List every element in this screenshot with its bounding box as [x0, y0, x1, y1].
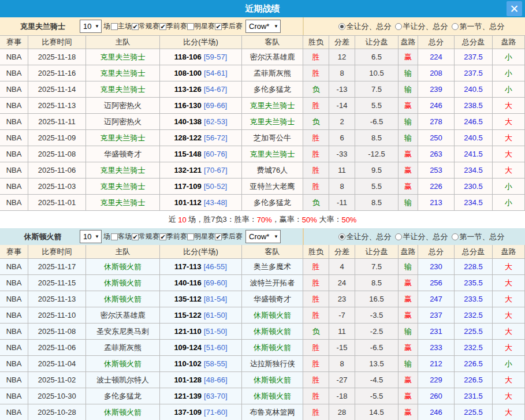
- cell-value: 225.5: [464, 408, 483, 417]
- cell-value: 小: [505, 52, 512, 62]
- select-arrow-icon: ▼: [274, 24, 278, 29]
- cell-value: 密尔沃基雄鹿: [100, 310, 146, 321]
- cell-value: -11: [337, 198, 347, 207]
- cell: 休斯顿火箭: [242, 372, 303, 388]
- cell-value: 胜: [312, 101, 320, 111]
- games-count-select[interactable]: 10▼: [80, 20, 102, 33]
- cell: 大: [493, 291, 525, 307]
- cell-value: NBA: [6, 262, 22, 271]
- checkbox-label: 明星赛: [194, 232, 215, 241]
- cell: 2025-11-02: [28, 372, 86, 388]
- filter-checkbox-季后赛[interactable]: ✔季后赛: [215, 232, 243, 241]
- cell: 2025-11-08: [28, 146, 86, 162]
- cell: 2025-11-06: [28, 340, 86, 356]
- cell-value: 负: [312, 198, 320, 208]
- cell: -4.5: [355, 372, 399, 388]
- table-row: NBA2025-11-01克里夫兰骑士101-112[43-48]多伦多猛龙负-…: [0, 195, 525, 211]
- radio-option-3[interactable]: 第一节、总分: [452, 21, 505, 32]
- select-arrow-icon: ▼: [95, 234, 99, 239]
- checkbox-label: 季后赛: [222, 21, 243, 31]
- summary-part: 大率：: [317, 214, 342, 225]
- radio-option-2[interactable]: 半让分、总分: [395, 21, 448, 32]
- cell: 克里夫兰骑士: [86, 179, 160, 195]
- cell-value: 胜: [312, 181, 320, 192]
- cell: 233: [418, 340, 455, 356]
- radio-option-2[interactable]: 半让分、总分: [395, 232, 448, 242]
- cell: 2025-11-15: [28, 275, 86, 291]
- filter-checkbox-明星赛[interactable]: 明星赛: [187, 21, 215, 31]
- odds-company-select[interactable]: Crow*▼: [245, 230, 281, 243]
- header-cell: 让分盘: [355, 36, 399, 49]
- cell: 休斯顿火箭: [86, 275, 160, 291]
- filter-checkbox-客场[interactable]: 客场: [111, 232, 132, 241]
- cell-value: 大: [505, 165, 512, 176]
- cell: 8: [329, 65, 355, 81]
- header-cell: 盘路: [399, 36, 418, 49]
- cell: 116-130[69-66]: [160, 98, 242, 114]
- table-row: NBA2025-11-08圣安东尼奥马刺121-110[51-50]休斯顿火箭负…: [0, 324, 525, 340]
- cell-value: 多伦多猛龙: [254, 84, 291, 95]
- cell: 224: [418, 49, 455, 65]
- cell: 23: [329, 291, 355, 307]
- cell: 克里夫兰骑士: [86, 49, 160, 65]
- cell: 圣安东尼奥马刺: [86, 324, 160, 340]
- games-count-select[interactable]: 10▼: [80, 230, 102, 243]
- filter-checkbox-主场[interactable]: 主场: [111, 21, 132, 31]
- cell: 101-128[48-66]: [160, 372, 242, 388]
- cell: 6: [329, 130, 355, 146]
- radio-option-1[interactable]: 全让分、总分: [338, 21, 392, 32]
- cell-value: 奥兰多魔术: [254, 262, 291, 272]
- odds-company-select[interactable]: Crow*▼: [245, 20, 281, 33]
- full-score: 115-148: [174, 150, 202, 158]
- cell: 胜: [303, 404, 329, 420]
- cell-value: 8: [340, 182, 344, 191]
- cell: 8.5: [355, 195, 399, 211]
- header-cell: 客队: [242, 245, 303, 259]
- close-button[interactable]: ✕: [507, 1, 522, 16]
- cell-value: 胜: [312, 391, 320, 402]
- cell-value: 241.5: [464, 150, 483, 158]
- half-score: [56-72]: [204, 133, 227, 142]
- cell: 波特兰开拓者: [242, 275, 303, 291]
- table-row: NBA2025-11-08华盛顿奇才115-148[60-76]克里夫兰骑士胜-…: [0, 146, 525, 162]
- cell: 24: [329, 275, 355, 291]
- cell-value: 246: [430, 101, 442, 110]
- cell-value: 9.5: [371, 166, 382, 174]
- cell: 140-116[69-60]: [160, 275, 242, 291]
- cell: 13.5: [355, 356, 399, 372]
- cell: 228.5: [455, 259, 493, 275]
- filter-checkbox-季前赛[interactable]: ✔季前赛: [159, 21, 187, 31]
- cell: 密尔沃基雄鹿: [86, 307, 160, 324]
- cell-value: 孟菲斯灰熊: [104, 343, 142, 353]
- cell-value: 6.5: [371, 53, 382, 61]
- cell: 多伦多猛龙: [86, 388, 160, 404]
- header-cell: 盘路: [493, 36, 525, 49]
- cell-value: 10.5: [369, 69, 383, 77]
- cell-value: 2025-11-10: [38, 311, 76, 319]
- half-score: [70-67]: [204, 166, 227, 174]
- cell-value: 2025-11-17: [38, 262, 76, 271]
- filter-checkbox-常规赛[interactable]: ✔常规赛: [132, 232, 159, 241]
- cell: 2025-11-04: [28, 356, 86, 372]
- filter-checkbox-季后赛[interactable]: ✔季后赛: [215, 21, 243, 31]
- cell-value: 8: [340, 359, 344, 368]
- cell: 253: [418, 162, 455, 179]
- cell-value: 239: [430, 85, 442, 94]
- header-cell: 比分(半场): [160, 36, 242, 49]
- cell-value: -27: [337, 376, 348, 384]
- cell: 赢: [399, 307, 418, 324]
- filter-checkbox-常规赛[interactable]: ✔常规赛: [132, 21, 159, 31]
- cell: 小: [493, 81, 525, 98]
- cell-value: NBA: [6, 359, 22, 368]
- radio-option-3[interactable]: 第一节、总分: [452, 232, 505, 242]
- filter-checkbox-季前赛[interactable]: ✔季前赛: [159, 232, 187, 241]
- cell: NBA: [0, 291, 28, 307]
- radio-option-1[interactable]: 全让分、总分: [338, 232, 392, 242]
- cell: 6.5: [355, 49, 399, 65]
- cell: 238.5: [455, 98, 493, 114]
- stat-mode-radios: 全让分、总分半让分、总分第一节、总分: [304, 17, 525, 35]
- cell: 大: [493, 388, 525, 404]
- radio-label: 全让分、总分: [347, 21, 392, 32]
- filter-checkbox-明星赛[interactable]: 明星赛: [187, 232, 215, 241]
- cell-value: 波特兰开拓者: [250, 278, 295, 288]
